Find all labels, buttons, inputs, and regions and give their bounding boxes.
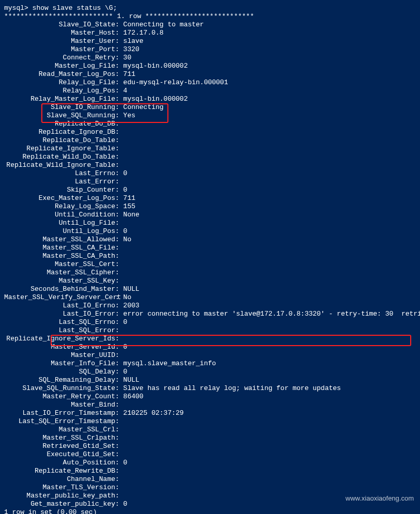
field-separator: :: [115, 227, 123, 236]
field-separator: :: [115, 87, 123, 95]
field-label: Channel_Name: [4, 475, 115, 484]
field-value: 0: [123, 343, 128, 351]
field-separator: :: [115, 186, 123, 194]
field-row: Last_SQL_Error:: [4, 326, 416, 335]
field-value: Connecting to master: [123, 21, 204, 29]
field-label: Replicate_Rewrite_DB: [4, 467, 115, 475]
rows-summary: 1 row in set (0.00 sec): [4, 508, 416, 514]
field-separator: :: [115, 103, 123, 112]
field-separator: :: [115, 310, 123, 318]
field-row: Replicate_Wild_Do_Table:: [4, 153, 416, 161]
field-separator: :: [115, 236, 123, 244]
field-value: No: [123, 236, 132, 244]
field-value: NULL: [123, 285, 139, 293]
field-value: 711: [123, 70, 135, 79]
field-label: Replicate_Wild_Ignore_Table: [4, 161, 115, 169]
field-row: Until_Log_Pos: 0: [4, 227, 416, 236]
field-label: Master_SSL_Cert: [4, 260, 115, 269]
field-row: Master_SSL_Cipher:: [4, 269, 416, 277]
field-row: Master_SSL_Crl:: [4, 426, 416, 434]
field-value: Yes: [123, 112, 135, 120]
field-row: Until_Condition: None: [4, 211, 416, 219]
field-label: Last_IO_Error: [4, 310, 115, 318]
field-value: 0: [123, 368, 128, 376]
field-separator: :: [115, 434, 123, 442]
field-label: Relay_Log_Pos: [4, 87, 115, 95]
field-separator: :: [115, 128, 123, 136]
field-value: error connecting to master 'slave@172.17…: [123, 310, 420, 318]
field-value: mysql-bin.000002: [123, 95, 188, 103]
field-value: mysql.slave_master_info: [123, 360, 216, 368]
field-label: Slave_IO_Running: [4, 103, 115, 112]
field-row: Replicate_Ignore_DB:: [4, 128, 416, 136]
field-separator: :: [115, 161, 123, 169]
field-separator: :: [115, 194, 123, 203]
field-label: Last_SQL_Errno: [4, 318, 115, 326]
field-value: mysql-bin.000002: [123, 62, 188, 70]
field-separator: :: [115, 178, 123, 186]
field-separator: :: [115, 384, 123, 393]
field-row: Last_Error:: [4, 178, 416, 186]
field-separator: :: [115, 450, 123, 459]
field-separator: :: [115, 409, 123, 417]
field-label: Relay_Log_Space: [4, 203, 115, 211]
field-separator: :: [115, 500, 123, 508]
field-label: Slave_SQL_Running_State: [4, 384, 115, 393]
field-row: Master_SSL_Verify_Server_Cert: No: [4, 293, 416, 302]
field-row: Channel_Name:: [4, 475, 416, 484]
field-value: 0: [123, 318, 128, 326]
field-value: No: [123, 293, 132, 302]
field-value: edu-mysql-relay-bin.000001: [123, 79, 228, 87]
field-value: Slave has read all relay log; waiting fo…: [123, 384, 341, 393]
field-row: Master_Retry_Count: 86400: [4, 393, 416, 401]
field-separator: :: [115, 244, 123, 252]
field-separator: :: [115, 376, 123, 384]
field-separator: :: [115, 426, 123, 434]
field-label: Until_Log_Pos: [4, 227, 115, 236]
field-separator: :: [115, 417, 123, 426]
field-value: 155: [123, 203, 135, 211]
field-row: Master_User: slave: [4, 37, 416, 45]
field-label: Replicate_Wild_Do_Table: [4, 153, 115, 161]
field-value: 86400: [123, 393, 144, 401]
field-row: Last_Errno: 0: [4, 169, 416, 178]
field-separator: :: [115, 335, 123, 343]
field-value: 0: [123, 227, 128, 236]
field-label: Auto_Position: [4, 459, 115, 467]
field-separator: :: [115, 260, 123, 269]
field-row: Executed_Gtid_Set:: [4, 450, 416, 459]
field-separator: :: [115, 95, 123, 103]
field-label: Master_UUID: [4, 351, 115, 360]
field-separator: :: [115, 136, 123, 145]
field-row: Relay_Log_Pos: 4: [4, 87, 416, 95]
field-row: Last_IO_Error: error connecting to maste…: [4, 310, 416, 318]
field-label: Last_Errno: [4, 169, 115, 178]
field-label: Slave_IO_State: [4, 21, 115, 29]
field-row: Slave_SQL_Running_State: Slave has read …: [4, 384, 416, 393]
field-row: Slave_IO_State: Connecting to master: [4, 21, 416, 29]
field-row: Connect_Retry: 30: [4, 54, 416, 62]
field-label: Master_SSL_Verify_Server_Cert: [4, 293, 115, 302]
field-row: Last_IO_Errno: 2003: [4, 302, 416, 310]
field-value: Connecting: [123, 103, 164, 112]
field-row: Master_SSL_CA_File:: [4, 244, 416, 252]
field-row: Read_Master_Log_Pos: 711: [4, 70, 416, 79]
field-row: Relay_Log_Space: 155: [4, 203, 416, 211]
field-row: Auto_Position: 0: [4, 459, 416, 467]
field-row: Last_SQL_Errno: 0: [4, 318, 416, 326]
field-row: Master_SSL_CA_Path:: [4, 252, 416, 260]
field-separator: :: [115, 318, 123, 326]
field-row: Slave_SQL_Running: Yes: [4, 112, 416, 120]
field-separator: :: [115, 351, 123, 360]
field-separator: :: [115, 21, 123, 29]
field-separator: :: [115, 459, 123, 467]
field-separator: :: [115, 442, 123, 450]
field-row: Retrieved_Gtid_Set:: [4, 442, 416, 450]
field-row: Master_UUID:: [4, 351, 416, 360]
field-value: 0: [123, 500, 128, 508]
field-separator: :: [115, 37, 123, 45]
field-label: Until_Condition: [4, 211, 115, 219]
row-header: *************************** 1. row *****…: [4, 12, 416, 21]
field-label: Master_SSL_Allowed: [4, 236, 115, 244]
field-row: Seconds_Behind_Master: NULL: [4, 285, 416, 293]
